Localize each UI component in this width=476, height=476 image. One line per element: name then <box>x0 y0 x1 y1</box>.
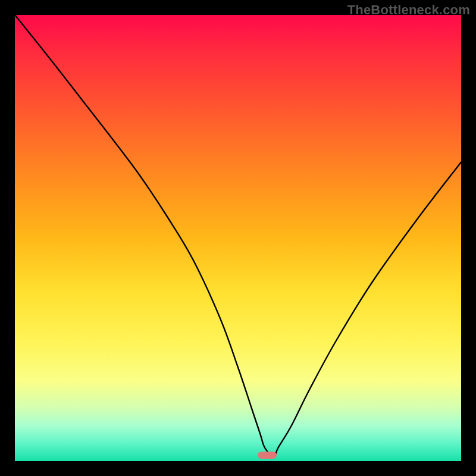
curve-svg <box>15 15 461 461</box>
bottleneck-curve <box>15 15 461 457</box>
chart-frame: TheBottleneck.com <box>0 0 476 476</box>
plot-area <box>15 15 461 461</box>
optimum-marker <box>258 452 277 459</box>
watermark-label: TheBottleneck.com <box>347 2 470 18</box>
